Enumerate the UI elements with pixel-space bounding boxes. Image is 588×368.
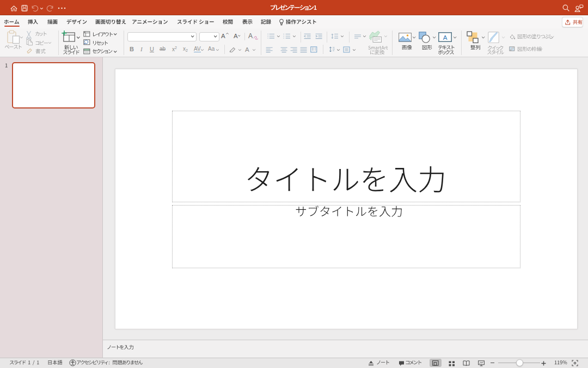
svg-text:A: A [443,34,448,41]
svg-text:A: A [221,33,225,39]
svg-text:A: A [234,33,238,39]
